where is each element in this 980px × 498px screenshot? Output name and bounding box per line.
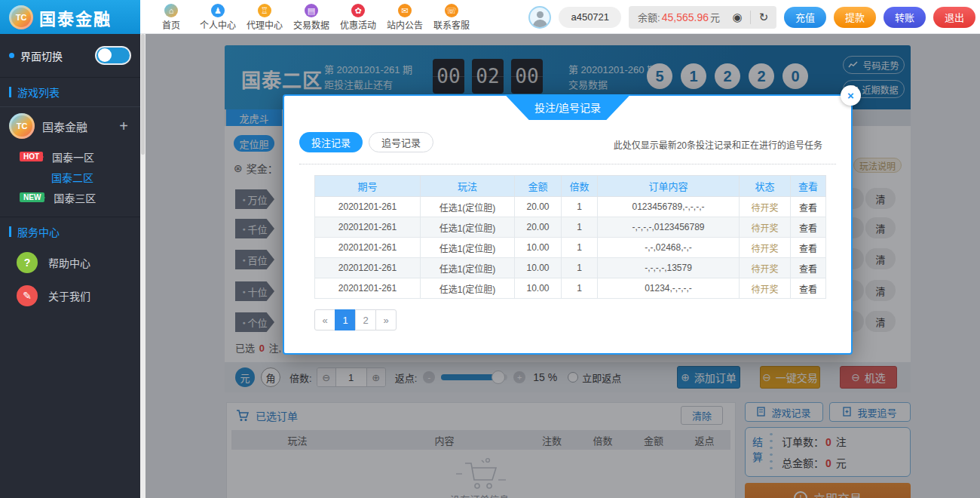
scrollbar-thumb[interactable] xyxy=(141,34,145,155)
cell-multiple: 1 xyxy=(562,217,598,238)
cell-amount: 10.00 xyxy=(515,238,562,258)
toggle-balance-visibility-icon[interactable]: ◉ xyxy=(724,6,750,29)
service-label: 帮助中心 xyxy=(48,255,90,270)
game-label: 国泰一区 xyxy=(52,149,94,164)
cell-issue: 20201201-261 xyxy=(315,238,421,258)
table-row: 20201201-261 任选1(定位胆) 10.00 1 01234,-,-,… xyxy=(315,278,826,299)
game-group-name: 国泰金融 xyxy=(42,118,109,134)
bet-records-table: 期号 玩法 金额 倍数 订单内容 状态 查看 20201201-261 任选1(… xyxy=(314,175,826,299)
cell-multiple: 1 xyxy=(562,258,598,278)
logout-button[interactable]: 退出 xyxy=(933,7,975,28)
tab-chase-records[interactable]: 追号记录 xyxy=(369,132,433,152)
view-link[interactable]: 查看 xyxy=(791,238,826,258)
sidebar-item-zone2[interactable]: 国泰二区 xyxy=(0,167,140,187)
user-icon: ♟ xyxy=(211,4,225,17)
tab-bet-records[interactable]: 投注记录 xyxy=(299,132,363,152)
vertical-scrollbar[interactable] xyxy=(140,34,145,498)
col-view: 查看 xyxy=(791,176,826,197)
page-1-button[interactable]: 1 xyxy=(335,309,356,330)
view-link[interactable]: 查看 xyxy=(791,217,826,238)
cell-playtype: 任选1(定位胆) xyxy=(421,258,515,278)
cell-playtype: 任选1(定位胆) xyxy=(421,238,515,258)
section-game-list: 游戏列表 xyxy=(0,78,140,106)
balance-label: 余额: xyxy=(638,10,660,24)
agent-icon: ♖ xyxy=(258,4,271,17)
ui-toggle-switch[interactable] xyxy=(95,46,131,65)
pencil-icon: ✎ xyxy=(17,285,38,306)
deposit-button[interactable]: 充值 xyxy=(784,7,826,28)
service-label: 关于我们 xyxy=(48,288,90,303)
sidebar-item-help-center[interactable]: ? 帮助中心 xyxy=(0,246,140,279)
nav-personal-center[interactable]: ♟ 个人中心 xyxy=(194,0,241,34)
headset-icon: ☏ xyxy=(445,4,458,17)
nav-promotions[interactable]: ✿ 优惠活动 xyxy=(335,0,381,34)
status-badge: 待开奖 xyxy=(740,278,791,299)
nav-label: 优惠活动 xyxy=(340,18,376,31)
cell-order-content: -,-,-,-,13579 xyxy=(598,258,740,278)
brand-logo[interactable]: TC 国泰金融 xyxy=(0,0,140,34)
sidebar-item-zone1[interactable]: HOT 国泰一区 xyxy=(0,146,140,167)
section-title: 游戏列表 xyxy=(17,85,60,100)
nav-home[interactable]: ⌂ 首页 xyxy=(148,0,194,34)
balance-unit: 元 xyxy=(710,10,720,24)
view-link[interactable]: 查看 xyxy=(791,258,826,278)
top-header: TC 国泰金融 ⌂ 首页 ♟ 个人中心 ♖ 代理中心 ▤ 交易数据 ✿ 优惠活动 xyxy=(0,0,980,34)
balance-value: 45,565.96 xyxy=(662,11,709,23)
page-prev-button[interactable]: « xyxy=(314,309,335,330)
view-link[interactable]: 查看 xyxy=(791,197,826,217)
pagination: « 1 2 » xyxy=(314,309,397,330)
cell-issue: 20201201-261 xyxy=(315,278,421,299)
table-row: 20201201-261 任选1(定位胆) 10.00 1 -,-,-,-,13… xyxy=(315,258,826,278)
announcement-icon: ✉ xyxy=(398,4,412,17)
status-badge: 待开奖 xyxy=(740,238,791,258)
modal-tabs: 投注记录 追号记录 xyxy=(299,132,433,152)
col-order-content: 订单内容 xyxy=(598,176,740,197)
nav-customer-service[interactable]: ☏ 联系客服 xyxy=(428,0,475,34)
col-amount: 金额 xyxy=(515,176,562,197)
cell-multiple: 1 xyxy=(562,197,598,217)
cell-issue: 20201201-261 xyxy=(315,258,421,278)
balance-widget: 余额: 45,565.96 元 ◉ ↻ xyxy=(629,6,776,29)
status-badge: 待开奖 xyxy=(740,258,791,278)
close-icon[interactable]: × xyxy=(841,85,861,106)
game-group[interactable]: TC 国泰金融 + xyxy=(0,106,140,146)
hot-badge: HOT xyxy=(20,152,43,161)
view-link[interactable]: 查看 xyxy=(791,278,826,299)
section-title: 服务中心 xyxy=(17,224,60,239)
bet-records-modal: 投注/追号记录 × 投注记录 追号记录 此处仅显示最新20条投注记录和正在进行的… xyxy=(283,94,853,355)
nav-agent-center[interactable]: ♖ 代理中心 xyxy=(241,0,288,34)
cell-playtype: 任选1(定位胆) xyxy=(421,217,515,238)
main-nav: ⌂ 首页 ♟ 个人中心 ♖ 代理中心 ▤ 交易数据 ✿ 优惠活动 ✉ 站内公告 xyxy=(148,0,475,34)
expand-plus-icon[interactable]: + xyxy=(116,118,131,135)
nav-label: 个人中心 xyxy=(200,18,236,31)
user-area: a450721 余额: 45,565.96 元 ◉ ↻ 充值 提款 转账 退出 xyxy=(528,0,980,34)
sidebar-item-about-us[interactable]: ✎ 关于我们 xyxy=(0,279,140,312)
section-service-center: 服务中心 xyxy=(0,217,140,246)
transfer-button[interactable]: 转账 xyxy=(884,7,926,28)
refresh-balance-icon[interactable]: ↻ xyxy=(751,6,776,29)
nav-label: 首页 xyxy=(162,18,180,31)
table-header-row: 期号 玩法 金额 倍数 订单内容 状态 查看 xyxy=(315,176,826,197)
home-icon: ⌂ xyxy=(164,4,178,17)
cell-order-content: -,-,02468,-,- xyxy=(598,238,740,258)
gift-icon: ✿ xyxy=(351,4,365,17)
avatar[interactable] xyxy=(528,6,551,29)
section-bar xyxy=(9,226,11,237)
cell-amount: 20.00 xyxy=(515,217,562,238)
sidebar-item-zone3[interactable]: NEW 国泰三区 xyxy=(0,187,140,208)
status-badge: 待开奖 xyxy=(740,197,791,217)
main-content: 国泰二区 第 20201201-261 期 距投注截止还有 00 02 00 第… xyxy=(140,34,980,498)
cell-multiple: 1 xyxy=(562,278,598,299)
dotted-divider xyxy=(299,164,836,164)
withdraw-button[interactable]: 提款 xyxy=(834,7,876,28)
nav-announcements[interactable]: ✉ 站内公告 xyxy=(381,0,428,34)
cell-issue: 20201201-261 xyxy=(315,217,421,238)
nav-trade-data[interactable]: ▤ 交易数据 xyxy=(288,0,335,34)
cell-multiple: 1 xyxy=(562,238,598,258)
nav-label: 站内公告 xyxy=(387,18,423,31)
table-row: 20201201-261 任选1(定位胆) 20.00 1 -,-,-,-,01… xyxy=(315,217,826,238)
username: a450721 xyxy=(559,7,621,28)
page-next-button[interactable]: » xyxy=(375,309,397,330)
page-2-button[interactable]: 2 xyxy=(355,309,376,330)
cell-amount: 20.00 xyxy=(515,197,562,217)
